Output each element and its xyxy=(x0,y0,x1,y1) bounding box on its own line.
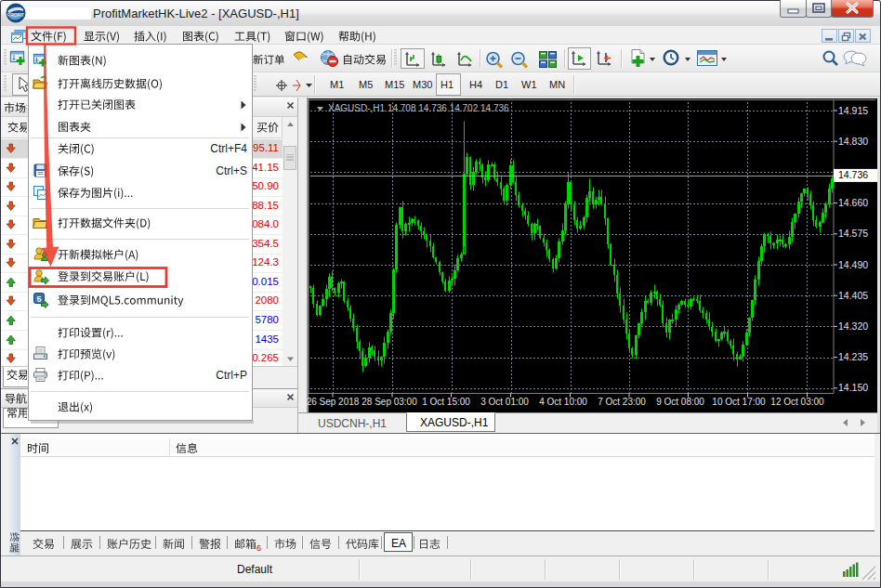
svg-text:10 Oct 17:00: 10 Oct 17:00 xyxy=(712,397,766,407)
svg-text:14.320: 14.320 xyxy=(838,320,868,332)
svg-text:3 Oct 01:00: 3 Oct 01:00 xyxy=(480,397,529,407)
svg-text:5: 5 xyxy=(36,294,41,304)
svg-text:1 Oct 15:00: 1 Oct 15:00 xyxy=(422,397,470,407)
svg-text:12 Oct 03:00: 12 Oct 03:00 xyxy=(770,397,824,407)
svg-text:14.405: 14.405 xyxy=(838,290,868,301)
svg-text:XAGUSD-,H1 14.708 14.736 14.70: XAGUSD-,H1 14.708 14.736 14.702 14.736 xyxy=(328,103,509,113)
svg-text:14.830: 14.830 xyxy=(838,136,868,147)
svg-text:14.490: 14.490 xyxy=(838,259,868,270)
svg-text:7 Oct 23:00: 7 Oct 23:00 xyxy=(598,397,646,407)
svg-text:9 Oct 08:00: 9 Oct 08:00 xyxy=(656,397,704,407)
svg-text:14.915: 14.915 xyxy=(838,105,868,116)
svg-text:14.736: 14.736 xyxy=(838,169,868,180)
svg-text:14.660: 14.660 xyxy=(838,197,868,208)
svg-text:28 Sep 03:00: 28 Sep 03:00 xyxy=(362,397,417,407)
svg-text:26 Sep 2018: 26 Sep 2018 xyxy=(307,397,360,407)
svg-text:14.575: 14.575 xyxy=(838,228,868,239)
svg-text:14.235: 14.235 xyxy=(838,351,868,362)
svg-text:4 Oct 10:00: 4 Oct 10:00 xyxy=(539,397,587,407)
svg-text:14.150: 14.150 xyxy=(838,382,868,393)
svg-text:PROFIT: PROFIT xyxy=(7,12,24,18)
